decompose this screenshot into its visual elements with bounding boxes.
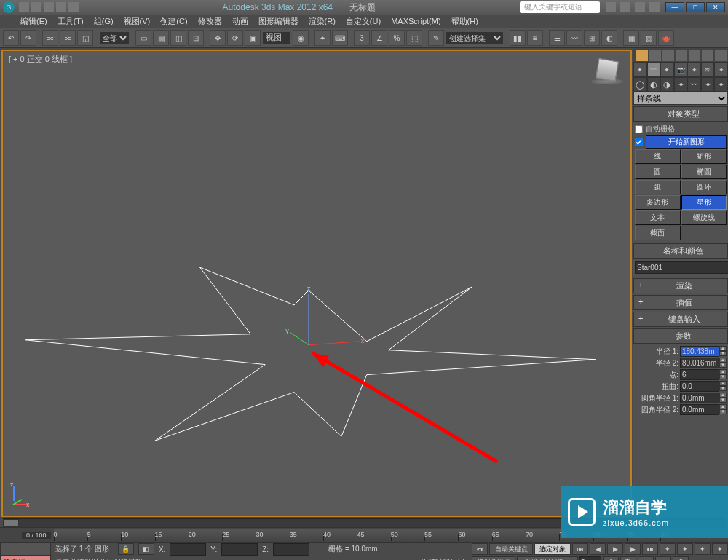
unlink-icon[interactable]: ⫘ xyxy=(60,30,76,46)
type-arc[interactable]: 弧 xyxy=(635,180,681,194)
info-icons[interactable] xyxy=(606,2,660,12)
type-star[interactable]: 星形 xyxy=(681,195,727,210)
menu-maxscript[interactable]: MAXScript(M) xyxy=(391,17,440,25)
params-rollout[interactable]: 参数 xyxy=(633,328,728,344)
radius1-input[interactable] xyxy=(680,346,719,357)
create-tab[interactable]: ✦ xyxy=(633,63,647,77)
quick-access[interactable] xyxy=(19,2,79,12)
scale-icon[interactable]: ▣ xyxy=(245,30,261,46)
object-type-rollout[interactable]: 对象类型 xyxy=(633,106,728,122)
ref-coord-select[interactable]: 视图 xyxy=(262,31,291,44)
select-region-icon[interactable]: ◫ xyxy=(170,30,186,46)
play-icon[interactable]: ▶ xyxy=(607,543,623,555)
nav3-icon[interactable]: ✦ xyxy=(695,543,711,555)
app-logo[interactable]: G xyxy=(3,1,15,13)
rotate-icon[interactable]: ⟳ xyxy=(227,30,243,46)
prev-frame-icon[interactable]: ◀ xyxy=(590,543,606,555)
type-ellipse[interactable]: 椭圆 xyxy=(681,165,727,179)
spin-up-icon[interactable]: ▲ xyxy=(719,346,727,351)
material-icon[interactable]: ◐ xyxy=(601,30,617,46)
y-coord-input[interactable] xyxy=(221,543,258,556)
space-tab[interactable]: ≋ xyxy=(701,63,715,77)
keyboard-rollout[interactable]: 键盘输入 xyxy=(633,312,728,327)
schematic-icon[interactable]: ⊞ xyxy=(584,30,600,46)
menu-group[interactable]: 组(G) xyxy=(94,16,114,27)
spin-down-icon[interactable]: ▼ xyxy=(719,351,727,356)
nurbs-tab[interactable]: 〰 xyxy=(687,77,701,92)
gear-icon[interactable] xyxy=(689,50,700,61)
start-new-shape-button[interactable]: 开始新图形 xyxy=(646,135,727,149)
setkey-button[interactable]: 设置关键点 xyxy=(472,556,515,560)
manipulate-icon[interactable]: ✦ xyxy=(314,30,331,46)
menu-views[interactable]: 视图(V) xyxy=(124,16,151,27)
angle-snap-icon[interactable]: ∠ xyxy=(371,30,387,46)
spin-down-icon[interactable]: ▼ xyxy=(719,374,727,379)
search-icon[interactable] xyxy=(606,2,616,12)
layer-icon[interactable]: ☰ xyxy=(549,30,565,46)
interp-rollout[interactable]: 插值 xyxy=(633,295,728,310)
render-frame-icon[interactable]: ▧ xyxy=(641,30,657,46)
spin-down-icon[interactable]: ▼ xyxy=(719,409,727,414)
iso-icon[interactable]: ◧ xyxy=(138,543,154,555)
world-icon[interactable] xyxy=(636,50,648,61)
distortion-input[interactable] xyxy=(680,381,719,392)
mirror-icon[interactable]: ▮▮ xyxy=(510,30,526,46)
spin-up-icon[interactable]: ▲ xyxy=(719,404,727,409)
curve-editor-icon[interactable]: 〰 xyxy=(566,30,582,46)
x-coord-input[interactable] xyxy=(170,543,206,556)
nav4-icon[interactable]: ✦ xyxy=(712,543,728,555)
menu-help[interactable]: 帮助(H) xyxy=(451,16,478,27)
move-icon[interactable]: ✥ xyxy=(210,30,226,46)
maximize-button[interactable]: □ xyxy=(686,2,705,12)
spin-up-icon[interactable]: ▲ xyxy=(719,393,727,398)
type-circle[interactable]: 圆 xyxy=(635,165,681,179)
cameras-tab[interactable]: 📷 xyxy=(674,63,688,77)
key-icon[interactable] xyxy=(676,50,687,61)
link-icon[interactable]: ⫘ xyxy=(42,30,58,46)
keyboard-shortcut-icon[interactable]: ⌨ xyxy=(332,30,348,46)
points-input[interactable] xyxy=(680,369,719,380)
shapes-tab[interactable]: 〰 xyxy=(647,63,661,77)
frame-input[interactable] xyxy=(579,556,601,561)
goto-start-icon[interactable]: ⏮ xyxy=(572,543,588,555)
key-icon[interactable]: 🗝 xyxy=(472,543,488,555)
standard-tab[interactable]: ◯ xyxy=(633,77,647,92)
spin-up-icon[interactable]: ▲ xyxy=(719,381,727,386)
menu-modifiers[interactable]: 修改器 xyxy=(198,16,222,27)
nav-icon[interactable]: ✦ xyxy=(660,543,676,555)
menu-custom[interactable]: 自定义(U) xyxy=(346,16,381,27)
type-ngon[interactable]: 多边形 xyxy=(635,195,681,210)
redo-icon[interactable]: ↷ xyxy=(20,30,36,46)
systems-tab[interactable]: ✦ xyxy=(714,63,728,77)
snap-toggle-icon[interactable]: 3 xyxy=(354,30,370,46)
pivot-icon[interactable]: ◉ xyxy=(293,30,309,46)
lock-icon[interactable] xyxy=(649,50,661,61)
menu-edit[interactable]: 编辑(E) xyxy=(20,16,47,27)
selection-filter-select[interactable]: 全部 xyxy=(99,31,130,44)
type-donut[interactable]: 圆环 xyxy=(681,180,727,194)
autogrid-checkbox[interactable] xyxy=(635,125,643,133)
menu-animation[interactable]: 动画 xyxy=(232,16,248,27)
spin-down-icon[interactable]: ▼ xyxy=(719,386,727,391)
next-frame-icon[interactable]: ▶ xyxy=(625,543,641,555)
particle-tab[interactable]: ✦ xyxy=(674,77,688,92)
keyfilter-button[interactable]: 关键点过滤器... xyxy=(517,556,578,560)
add-marker-button[interactable]: 添加时间标记 xyxy=(421,557,464,560)
nav2-icon[interactable]: ✦ xyxy=(677,543,693,555)
align-icon[interactable]: ≡ xyxy=(527,30,543,46)
minimize-button[interactable]: — xyxy=(665,2,684,12)
menu-render[interactable]: 渲染(R) xyxy=(309,16,336,27)
time-config-icon[interactable]: ⏱ xyxy=(603,556,619,560)
fov-icon[interactable]: ◢ xyxy=(655,556,671,560)
display-icon[interactable] xyxy=(702,50,713,61)
menu-graph[interactable]: 图形编辑器 xyxy=(258,16,298,27)
edit-named-icon[interactable]: ✎ xyxy=(428,30,444,46)
spin-up-icon[interactable]: ▲ xyxy=(719,358,727,363)
spin-up-icon[interactable]: ▲ xyxy=(719,369,727,374)
bind-icon[interactable]: ◱ xyxy=(77,30,93,46)
close-button[interactable]: ✕ xyxy=(706,2,725,12)
type-text[interactable]: 文本 xyxy=(635,210,681,225)
help-search-input[interactable]: 键入关键字或短语 xyxy=(520,1,600,13)
menu-tools[interactable]: 工具(T) xyxy=(58,16,84,27)
named-selection-select[interactable]: 创建选择集 xyxy=(446,31,504,44)
